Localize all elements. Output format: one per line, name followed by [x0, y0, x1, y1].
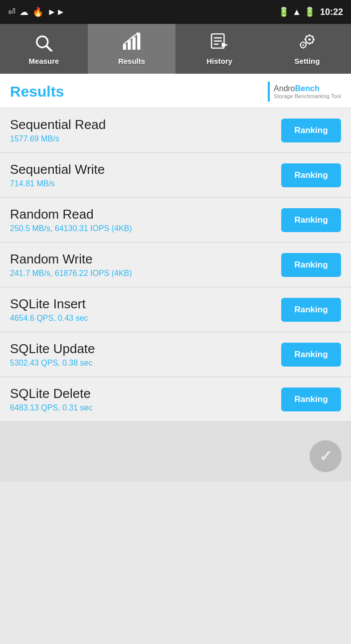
bench-value: 241.7 MB/s, 61876.22 IOPS (4KB): [10, 269, 281, 278]
tab-measure-label: Measure: [29, 57, 59, 65]
ranking-button[interactable]: Ranking: [281, 253, 341, 277]
brand-text: AndroBench Storage Benchmarking Tool: [274, 84, 341, 99]
nav-tabs: Measure Results History: [0, 24, 351, 74]
svg-point-12: [308, 38, 311, 41]
bench-name: Sequential Write: [10, 162, 281, 177]
svg-rect-4: [133, 37, 136, 50]
bench-info: Random Write241.7 MB/s, 61876.22 IOPS (4…: [10, 252, 281, 278]
wifi-icon: ▲: [292, 7, 301, 17]
ranking-button[interactable]: Ranking: [281, 387, 341, 411]
setting-icon: [298, 32, 317, 54]
bench-info: SQLite Delete6483.13 QPS, 0.31 sec: [10, 386, 281, 412]
brand-andro: Andro: [274, 84, 295, 93]
bench-name: SQLite Update: [10, 341, 281, 357]
brand-bar: [268, 82, 270, 102]
benchmark-list: Sequential Read1577.69 MB/sRankingSequen…: [0, 108, 351, 422]
fire-icon: 🔥: [32, 6, 43, 17]
status-bar: ⏎ ☁ 🔥 ►► 🔋 ▲ 🔋 10:22: [0, 0, 351, 24]
bench-info: Random Read250.5 MB/s, 64130.31 IOPS (4K…: [10, 207, 281, 233]
status-time: 10:22: [320, 7, 343, 17]
tab-history-label: History: [206, 57, 232, 65]
bench-row: SQLite Delete6483.13 QPS, 0.31 secRankin…: [0, 377, 351, 422]
notification-icon: ⏎: [8, 6, 15, 17]
svg-line-1: [46, 46, 52, 51]
svg-line-20: [306, 42, 307, 43]
svg-line-18: [312, 42, 313, 43]
results-header: Results AndroBench Storage Benchmarking …: [0, 74, 351, 108]
bench-info: SQLite Update5302.43 QPS, 0.38 sec: [10, 341, 281, 368]
battery-icon: 🔋: [304, 6, 315, 17]
skip-icon: ►►: [47, 7, 65, 17]
bench-value: 714.81 MB/s: [10, 179, 281, 188]
ranking-button[interactable]: Ranking: [281, 208, 341, 232]
footer-area: ✓: [0, 422, 351, 482]
tab-measure[interactable]: Measure: [0, 24, 88, 74]
bench-row: Random Write241.7 MB/s, 61876.22 IOPS (4…: [0, 243, 351, 287]
brand-bench: Bench: [295, 84, 320, 93]
svg-point-22: [303, 44, 304, 46]
svg-line-19: [312, 36, 313, 37]
bench-value: 1577.69 MB/s: [10, 134, 281, 143]
results-icon: [122, 32, 141, 54]
bench-name: Sequential Read: [10, 117, 281, 132]
bench-name: Random Read: [10, 207, 281, 222]
bench-name: Random Write: [10, 252, 281, 267]
tab-results-label: Results: [118, 57, 145, 65]
bench-row: SQLite Insert4654.6 QPS, 0.43 secRanking: [0, 287, 351, 332]
tab-history[interactable]: History: [176, 24, 263, 74]
tab-setting-label: Setting: [295, 57, 320, 65]
brand-name: AndroBench: [274, 84, 320, 93]
bench-info: SQLite Insert4654.6 QPS, 0.43 sec: [10, 296, 281, 323]
bench-info: Sequential Read1577.69 MB/s: [10, 117, 281, 143]
tab-results[interactable]: Results: [88, 24, 176, 74]
bench-row: Sequential Read1577.69 MB/sRanking: [0, 108, 351, 153]
cloud-icon: ☁: [19, 6, 28, 17]
status-bar-left: ⏎ ☁ 🔥 ►►: [8, 6, 65, 17]
brand-logo: AndroBench Storage Benchmarking Tool: [268, 82, 341, 102]
svg-rect-3: [128, 40, 131, 50]
bench-name: SQLite Insert: [10, 296, 281, 312]
bench-row: SQLite Update5302.43 QPS, 0.38 secRankin…: [0, 332, 351, 377]
watermark: ✓: [308, 439, 343, 474]
bench-name: SQLite Delete: [10, 386, 281, 401]
bench-value: 250.5 MB/s, 64130.31 IOPS (4KB): [10, 224, 281, 233]
ranking-button[interactable]: Ranking: [281, 298, 341, 322]
bench-value: 5302.43 QPS, 0.38 sec: [10, 359, 281, 368]
vibrate-icon: 🔋: [278, 6, 289, 17]
page-title: Results: [10, 83, 64, 100]
svg-line-17: [306, 36, 307, 37]
brand-subtitle: Storage Benchmarking Tool: [274, 93, 341, 99]
status-bar-right: 🔋 ▲ 🔋 10:22: [278, 6, 343, 17]
svg-marker-10: [222, 43, 228, 48]
bench-value: 4654.6 QPS, 0.43 sec: [10, 314, 281, 323]
svg-rect-2: [123, 44, 126, 50]
ranking-button[interactable]: Ranking: [281, 163, 341, 187]
tab-setting[interactable]: Setting: [263, 24, 351, 74]
bench-value: 6483.13 QPS, 0.31 sec: [10, 403, 281, 412]
measure-icon: [34, 32, 53, 54]
bench-row: Random Read250.5 MB/s, 64130.31 IOPS (4K…: [0, 198, 351, 243]
history-icon: [210, 32, 229, 54]
ranking-button[interactable]: Ranking: [281, 343, 341, 367]
ranking-button[interactable]: Ranking: [281, 119, 341, 142]
bench-row: Sequential Write714.81 MB/sRanking: [0, 153, 351, 198]
bench-info: Sequential Write714.81 MB/s: [10, 162, 281, 188]
